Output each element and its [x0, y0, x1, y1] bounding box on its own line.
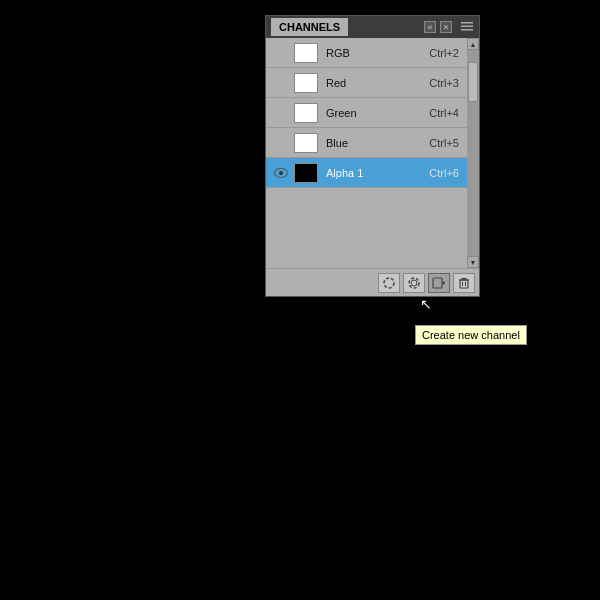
circle-dashed-icon: [382, 276, 396, 290]
svg-point-5: [411, 280, 417, 286]
save-selection-button[interactable]: [403, 273, 425, 293]
channel-row-rgb[interactable]: RGB Ctrl+2: [266, 38, 467, 68]
svg-rect-9: [460, 280, 468, 288]
load-selection-button[interactable]: [378, 273, 400, 293]
svg-rect-1: [461, 26, 473, 28]
delete-channel-button[interactable]: [453, 273, 475, 293]
empty-channel-area: [266, 188, 467, 268]
circle-solid-icon: [407, 276, 421, 290]
thumbnail-red: [294, 73, 318, 93]
scrollbar-thumb[interactable]: [468, 62, 478, 102]
channel-row-blue[interactable]: Blue Ctrl+5: [266, 128, 467, 158]
eye-col-alpha1: [270, 168, 292, 178]
channels-panel: CHANNELS « × RGB Ctrl+2: [265, 15, 480, 297]
thumbnail-col-alpha1: [292, 162, 320, 184]
thumbnail-col-red: [292, 72, 320, 94]
channel-name-red: Red: [326, 77, 429, 89]
channel-shortcut-blue: Ctrl+5: [429, 137, 459, 149]
channel-shortcut-rgb: Ctrl+2: [429, 47, 459, 59]
panel-menu-button[interactable]: [460, 20, 474, 34]
panel-titlebar: CHANNELS « ×: [266, 16, 479, 38]
tooltip-text: Create new channel: [422, 329, 520, 341]
channel-shortcut-green: Ctrl+4: [429, 107, 459, 119]
collapse-button[interactable]: «: [424, 21, 436, 33]
channel-row-red[interactable]: Red Ctrl+3: [266, 68, 467, 98]
thumbnail-green: [294, 103, 318, 123]
thumbnail-col-green: [292, 102, 320, 124]
cursor: ↖: [420, 296, 432, 312]
channel-name-blue: Blue: [326, 137, 429, 149]
channel-list-area: RGB Ctrl+2 Red Ctrl+3 Green Ctrl+4: [266, 38, 479, 268]
new-channel-icon: [432, 276, 446, 290]
channel-name-rgb: RGB: [326, 47, 429, 59]
channel-name-alpha1: Alpha 1: [326, 167, 429, 179]
scroll-down-arrow[interactable]: ▼: [467, 256, 479, 268]
visibility-icon-alpha1: [274, 168, 288, 178]
thumbnail-alpha1: [294, 163, 318, 183]
channel-rows: RGB Ctrl+2 Red Ctrl+3 Green Ctrl+4: [266, 38, 467, 268]
panel-title: CHANNELS: [279, 21, 340, 33]
trash-icon: [457, 276, 471, 290]
channel-shortcut-red: Ctrl+3: [429, 77, 459, 89]
scroll-up-arrow[interactable]: ▲: [467, 38, 479, 50]
thumbnail-blue: [294, 133, 318, 153]
new-channel-button[interactable]: [428, 273, 450, 293]
tooltip-create-new-channel: Create new channel: [415, 325, 527, 345]
scrollbar[interactable]: ▲ ▼: [467, 38, 479, 268]
channel-row-green[interactable]: Green Ctrl+4: [266, 98, 467, 128]
thumbnail-rgb: [294, 43, 318, 63]
panel-title-tab[interactable]: CHANNELS: [271, 18, 348, 36]
svg-rect-2: [461, 29, 473, 31]
close-button[interactable]: ×: [440, 21, 452, 33]
channel-name-green: Green: [326, 107, 429, 119]
svg-point-3: [384, 278, 394, 288]
channel-row-alpha1[interactable]: Alpha 1 Ctrl+6: [266, 158, 467, 188]
thumbnail-col-blue: [292, 132, 320, 154]
channel-shortcut-alpha1: Ctrl+6: [429, 167, 459, 179]
svg-rect-6: [433, 278, 442, 288]
svg-rect-0: [461, 22, 473, 24]
titlebar-controls: « ×: [424, 20, 474, 34]
panel-footer: [266, 268, 479, 296]
thumbnail-col-rgb: [292, 42, 320, 64]
